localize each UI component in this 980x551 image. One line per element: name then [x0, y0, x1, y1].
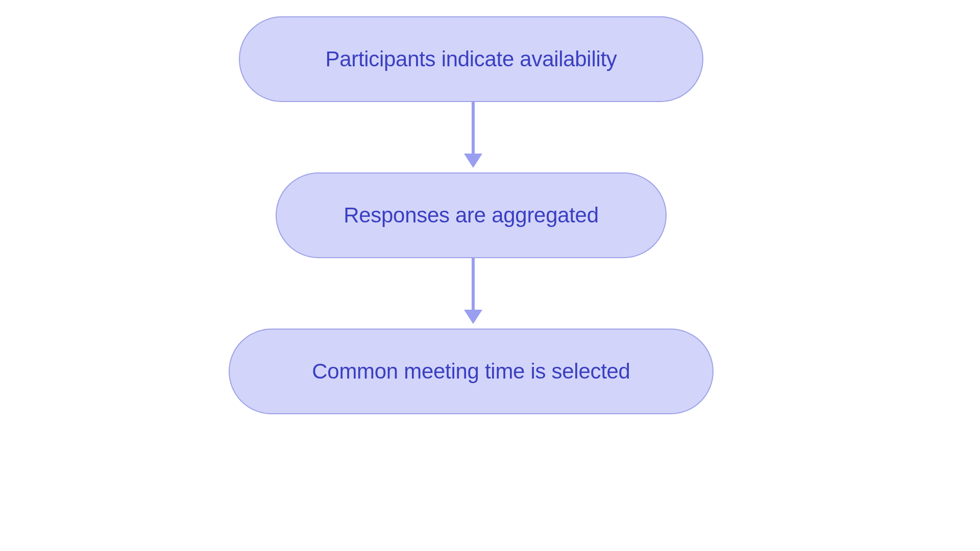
arrow-head-icon	[464, 154, 482, 168]
flow-node-1: Participants indicate availability	[239, 16, 703, 102]
flow-arrow-2	[464, 258, 482, 324]
flow-node-3-label: Common meeting time is selected	[312, 359, 630, 384]
flow-node-3: Common meeting time is selected	[229, 329, 714, 414]
flow-node-2-label: Responses are aggregated	[344, 203, 599, 228]
arrow-head-icon	[464, 310, 482, 324]
flow-arrow-1	[464, 102, 482, 168]
flow-node-2: Responses are aggregated	[276, 172, 667, 258]
flow-node-1-label: Participants indicate availability	[325, 47, 617, 71]
arrow-line	[472, 258, 475, 310]
arrow-line	[472, 102, 475, 154]
